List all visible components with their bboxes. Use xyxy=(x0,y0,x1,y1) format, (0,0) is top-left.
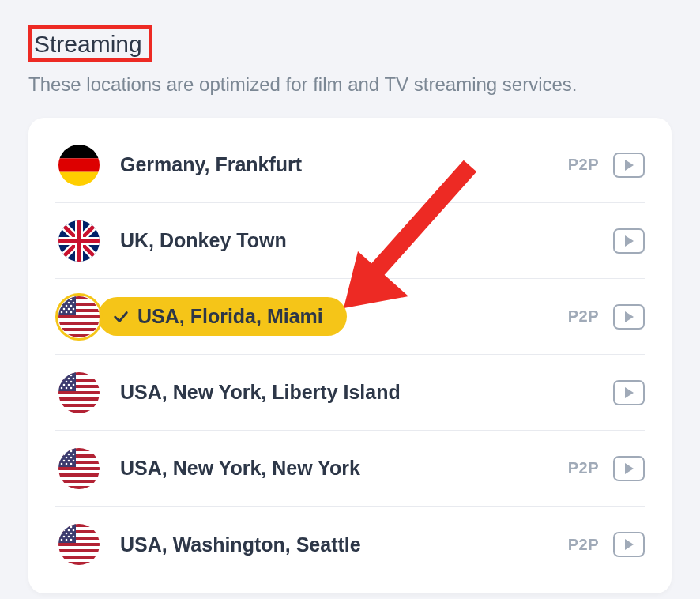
svg-rect-102 xyxy=(58,527,100,530)
svg-point-99 xyxy=(70,462,73,465)
location-name: Germany, Frankfurt xyxy=(120,153,302,176)
svg-point-123 xyxy=(70,533,73,535)
svg-point-115 xyxy=(61,526,63,529)
location-name: USA, New York, Liberty Island xyxy=(120,381,401,404)
svg-point-98 xyxy=(66,462,68,465)
svg-point-122 xyxy=(66,533,68,535)
svg-point-87 xyxy=(70,450,73,452)
svg-point-126 xyxy=(73,536,75,538)
svg-rect-53 xyxy=(58,410,100,413)
svg-point-65 xyxy=(68,383,70,386)
svg-point-57 xyxy=(70,374,73,376)
location-row[interactable]: USA, New York, Liberty Island P2P xyxy=(55,355,645,431)
play-button[interactable] xyxy=(613,228,645,254)
svg-rect-71 xyxy=(58,448,100,451)
location-name: UK, Donkey Town xyxy=(120,229,287,252)
svg-rect-47 xyxy=(58,391,100,394)
svg-rect-108 xyxy=(58,546,100,549)
location-row[interactable]: USA, New York, New York P2P xyxy=(55,431,645,507)
play-button[interactable] xyxy=(613,153,645,178)
flag-icon xyxy=(55,141,103,189)
svg-marker-40 xyxy=(625,311,634,322)
svg-rect-2 xyxy=(58,158,100,171)
svg-point-59 xyxy=(68,377,70,379)
p2p-badge: P2P xyxy=(568,307,599,326)
section-subtitle: These locations are optimized for film a… xyxy=(28,73,672,96)
play-button[interactable] xyxy=(613,532,645,557)
svg-marker-130 xyxy=(625,539,634,550)
svg-rect-77 xyxy=(58,467,100,470)
svg-point-90 xyxy=(73,453,75,455)
svg-point-117 xyxy=(70,526,73,529)
play-button[interactable] xyxy=(613,380,645,405)
location-row[interactable]: USA, Florida, Miami P2P xyxy=(55,279,645,355)
svg-rect-101 xyxy=(58,524,100,527)
svg-rect-80 xyxy=(58,477,100,480)
svg-point-61 xyxy=(61,380,63,382)
svg-point-121 xyxy=(61,533,63,535)
svg-rect-1 xyxy=(58,145,100,158)
svg-point-120 xyxy=(73,529,75,532)
p2p-badge: P2P xyxy=(568,536,599,554)
svg-point-60 xyxy=(73,377,75,379)
svg-rect-48 xyxy=(58,394,100,397)
svg-point-118 xyxy=(63,529,66,532)
locations-list: Germany, Frankfurt P2P UK, Donkey Town P… xyxy=(28,118,672,593)
svg-point-64 xyxy=(63,383,66,386)
flag-icon xyxy=(55,217,103,265)
location-row[interactable]: Germany, Frankfurt P2P xyxy=(55,127,645,203)
svg-rect-3 xyxy=(58,171,100,185)
svg-rect-82 xyxy=(58,483,100,486)
svg-point-63 xyxy=(70,380,73,382)
svg-rect-112 xyxy=(58,559,100,562)
svg-rect-110 xyxy=(58,552,100,556)
svg-point-68 xyxy=(66,386,68,389)
location-row[interactable]: USA, Washington, Seattle P2P xyxy=(55,507,645,582)
svg-point-69 xyxy=(70,386,73,389)
svg-marker-4 xyxy=(625,160,634,171)
svg-rect-78 xyxy=(58,470,100,473)
svg-rect-83 xyxy=(58,486,100,489)
svg-point-119 xyxy=(68,529,70,532)
flag-icon xyxy=(55,445,103,492)
svg-point-129 xyxy=(70,539,73,541)
svg-rect-51 xyxy=(58,404,100,407)
svg-rect-109 xyxy=(58,549,100,552)
svg-rect-79 xyxy=(58,473,100,477)
check-icon xyxy=(112,308,130,326)
svg-point-93 xyxy=(70,456,73,458)
play-button[interactable] xyxy=(613,456,645,481)
svg-point-89 xyxy=(68,453,70,455)
location-name: USA, Florida, Miami xyxy=(137,305,323,328)
svg-point-56 xyxy=(66,374,68,376)
svg-rect-50 xyxy=(58,401,100,404)
svg-rect-9 xyxy=(58,239,100,243)
svg-rect-81 xyxy=(58,480,100,483)
svg-point-62 xyxy=(66,380,68,382)
flag-icon xyxy=(55,293,103,341)
svg-point-97 xyxy=(61,462,63,465)
location-name: USA, Washington, Seattle xyxy=(120,533,361,556)
svg-point-88 xyxy=(63,453,66,455)
play-button[interactable] xyxy=(613,304,645,330)
svg-rect-42 xyxy=(58,375,100,379)
svg-marker-10 xyxy=(625,235,634,247)
p2p-badge: P2P xyxy=(568,459,599,477)
svg-point-66 xyxy=(73,383,75,386)
p2p-badge: P2P xyxy=(568,156,599,174)
svg-point-96 xyxy=(73,459,75,461)
svg-rect-107 xyxy=(58,543,100,546)
location-name: USA, New York, New York xyxy=(120,457,360,480)
svg-point-86 xyxy=(66,450,68,452)
svg-rect-111 xyxy=(58,556,100,559)
svg-rect-49 xyxy=(58,397,100,401)
svg-marker-100 xyxy=(625,463,634,474)
svg-point-58 xyxy=(63,377,66,379)
flag-icon xyxy=(55,369,103,416)
svg-rect-52 xyxy=(58,407,100,410)
flag-icon xyxy=(55,521,103,568)
svg-rect-41 xyxy=(58,372,100,375)
svg-point-95 xyxy=(68,459,70,461)
location-row[interactable]: UK, Donkey Town P2P xyxy=(55,203,645,279)
svg-point-92 xyxy=(66,456,68,458)
